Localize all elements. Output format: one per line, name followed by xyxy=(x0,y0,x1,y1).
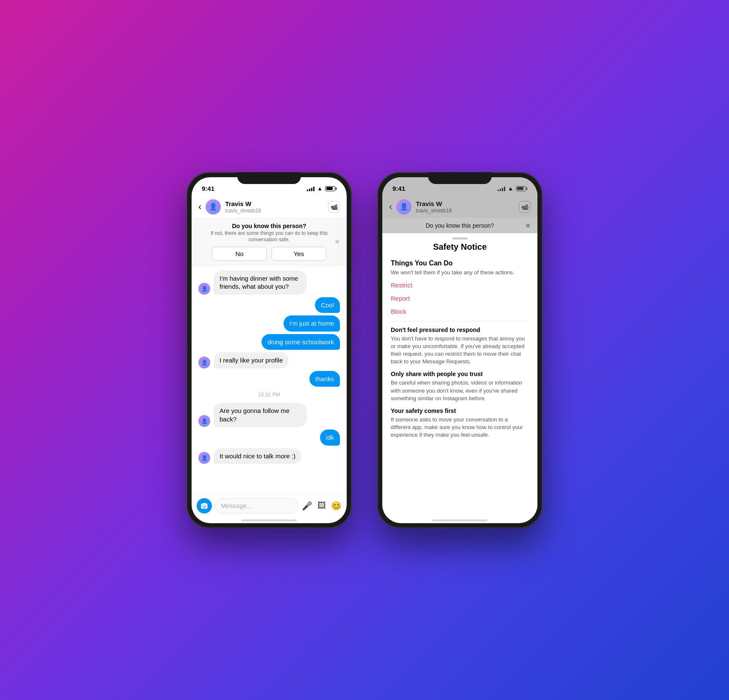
phone-2-screen: 9:41 ▲ ‹ 👤 xyxy=(382,177,537,523)
mic-icon-1[interactable]: 🎤 xyxy=(302,501,312,511)
tip3-body: If someone asks to move your conversatio… xyxy=(391,416,529,439)
contact-info-1: Travis W travis_shreds18 xyxy=(225,200,324,214)
safety-notice-heading: Safety Notice xyxy=(391,242,529,252)
contact-info-2: Travis W travis_shreds18 xyxy=(416,200,515,214)
battery-icon-1 xyxy=(325,186,337,191)
svg-point-0 xyxy=(203,505,205,507)
tip3-title: Your safety comes first xyxy=(391,407,529,414)
action-restrict[interactable]: Restrict xyxy=(391,282,529,289)
msg-bubble-3: doing some schoolwork xyxy=(262,334,340,350)
gallery-icon-1[interactable]: 🖼 xyxy=(317,501,326,510)
safety-buttons-1: No Yes xyxy=(198,247,340,261)
home-indicator-1 xyxy=(242,519,297,522)
message-placeholder-1: Message... xyxy=(221,502,252,509)
phone-1: 9:41 ▲ ‹ 👤 xyxy=(186,172,352,528)
msg-row-4: 👤 I really like your profile xyxy=(198,352,340,368)
close-button-1[interactable]: ✕ xyxy=(334,237,340,245)
home-indicator-2 xyxy=(432,519,487,522)
msg-bubble-2: I'm just at home xyxy=(284,315,340,332)
close-button-2[interactable]: ✕ xyxy=(525,221,531,229)
safety-banner-subtitle-1: If not, there are some things you can do… xyxy=(198,230,340,243)
timestamp-1: 10:31 PM xyxy=(198,392,340,398)
msg-bubble-4: I really like your profile xyxy=(214,352,289,368)
chat-header-2: ‹ 👤 Travis W travis_shreds18 📹 xyxy=(382,196,537,218)
yes-button-1[interactable]: Yes xyxy=(271,247,326,261)
msg-row-7: 👤 Are you gonna follow me back? xyxy=(198,403,340,427)
notch-2 xyxy=(428,172,492,184)
tip2-body: Be careful when sharing photos, videos o… xyxy=(391,379,529,402)
back-button-2[interactable]: ‹ xyxy=(389,202,392,212)
safety-divider-1 xyxy=(391,321,529,321)
wifi-icon-2: ▲ xyxy=(508,185,513,192)
camera-button-1[interactable] xyxy=(197,498,212,513)
back-button-1[interactable]: ‹ xyxy=(198,202,201,212)
notch-1 xyxy=(237,172,301,184)
avatar-1: 👤 xyxy=(206,199,221,215)
safety-header-bar-2: Do you know this person? ✕ xyxy=(382,218,537,233)
msg-row-0: 👤 I'm having dinner with some friends, w… xyxy=(198,271,340,295)
safety-notice-sheet: Safety Notice Things You Can Do We won't… xyxy=(382,233,537,517)
contact-name-2: Travis W xyxy=(416,200,515,208)
status-time-2: 9:41 xyxy=(392,185,405,192)
wifi-icon-1: ▲ xyxy=(317,185,323,192)
message-input-1[interactable]: Message... xyxy=(215,498,298,513)
msg-bubble-9: It would nice to talk more :) xyxy=(214,448,301,464)
video-call-button-1[interactable]: 📹 xyxy=(328,201,340,213)
msg-row-5: thanks xyxy=(198,371,340,387)
msg-bubble-1: Cool xyxy=(315,297,340,313)
things-sub: We won't tell them if you take any of th… xyxy=(391,269,529,276)
tip1-title: Don't feel pressured to respond xyxy=(391,326,529,333)
msg-row-9: 👤 It would nice to talk more :) xyxy=(198,448,340,464)
status-icons-2: ▲ xyxy=(498,185,527,192)
msg-bubble-0: I'm having dinner with some friends, wha… xyxy=(214,271,307,295)
sticker-icon-1[interactable]: 😊 xyxy=(331,501,342,511)
status-icons-1: ▲ xyxy=(307,185,337,192)
safety-banner-title-1: Do you know this person? xyxy=(198,223,340,229)
msg-avatar-0: 👤 xyxy=(198,283,210,295)
input-icons-1: 🎤 🖼 😊 xyxy=(302,501,342,511)
signal-icon-1 xyxy=(307,186,314,191)
signal-icon-2 xyxy=(498,186,505,191)
msg-bubble-5: thanks xyxy=(309,371,340,387)
avatar-2: 👤 xyxy=(396,199,412,215)
messages-area-1: 👤 I'm having dinner with some friends, w… xyxy=(192,265,347,494)
msg-avatar-9: 👤 xyxy=(198,452,210,464)
things-title: Things You Can Do xyxy=(391,259,529,267)
chat-header-1: ‹ 👤 Travis W travis_shreds18 📹 xyxy=(192,196,347,218)
action-block[interactable]: Block xyxy=(391,308,529,315)
tip2-title: Only share with people you trust xyxy=(391,371,529,377)
phone-2: 9:41 ▲ ‹ 👤 xyxy=(377,172,543,528)
no-button-1[interactable]: No xyxy=(212,247,267,261)
input-bar-1: Message... 🎤 🖼 😊 xyxy=(192,494,347,517)
action-report[interactable]: Report xyxy=(391,295,529,302)
msg-bubble-7: Are you gonna follow me back? xyxy=(214,403,307,427)
safety-header-title-2: Do you know this person? xyxy=(389,222,531,229)
contact-handle-1: travis_shreds18 xyxy=(225,208,324,214)
msg-avatar-4: 👤 xyxy=(198,357,210,368)
msg-avatar-7: 👤 xyxy=(198,415,210,427)
msg-row-1: Cool xyxy=(198,297,340,313)
safety-notice-content: Safety Notice Things You Can Do We won't… xyxy=(382,242,537,453)
msg-row-2: I'm just at home xyxy=(198,315,340,332)
sheet-handle xyxy=(452,237,467,240)
battery-icon-2 xyxy=(516,186,527,191)
contact-handle-2: travis_shreds18 xyxy=(416,208,515,214)
msg-bubble-8: idk xyxy=(320,429,340,446)
msg-row-3: doing some schoolwork xyxy=(198,334,340,350)
contact-name-1: Travis W xyxy=(225,200,324,208)
video-call-button-2[interactable]: 📹 xyxy=(519,201,531,213)
safety-banner-1: Do you know this person? If not, there a… xyxy=(192,218,347,265)
msg-row-8: idk xyxy=(198,429,340,446)
status-time-1: 9:41 xyxy=(202,185,214,192)
tip1-body: You don't have to respond to messages th… xyxy=(391,335,529,366)
phones-container: 9:41 ▲ ‹ 👤 xyxy=(186,172,543,528)
phone-1-screen: 9:41 ▲ ‹ 👤 xyxy=(192,177,347,523)
